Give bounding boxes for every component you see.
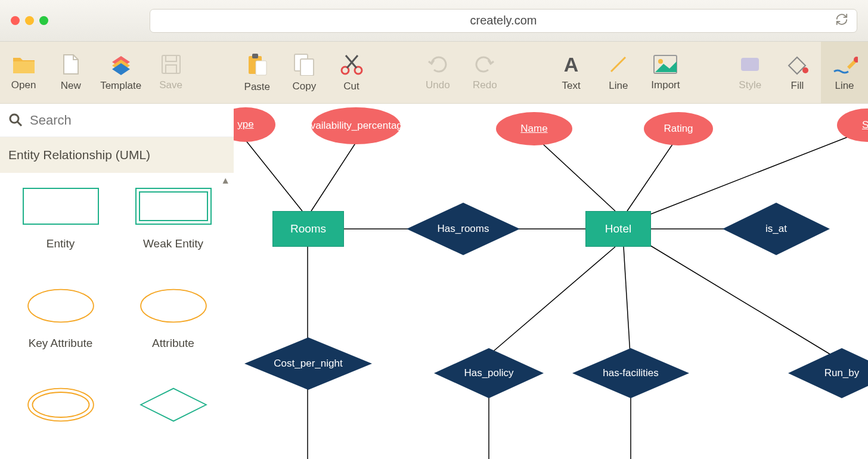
url-bar[interactable]: creately.com (150, 9, 857, 33)
style-button[interactable]: Style (727, 42, 774, 103)
open-button[interactable]: Open (0, 42, 47, 103)
shape-text: Rating (664, 123, 693, 135)
tool-label: Text (562, 80, 581, 92)
relationship-is-at[interactable]: is_at (723, 203, 830, 255)
minimize-window-button[interactable] (25, 16, 34, 25)
window-controls (11, 16, 48, 25)
fill-button[interactable]: Fill (774, 42, 821, 103)
double-ellipse-icon (22, 386, 100, 424)
shape-multivalued-attribute[interactable] (6, 386, 115, 445)
svg-point-13 (658, 59, 663, 64)
folder-icon (12, 54, 36, 75)
shape-label: Entity (46, 237, 75, 250)
tool-label: Cut (343, 80, 359, 92)
template-button[interactable]: Template (94, 42, 147, 103)
svg-point-25 (32, 392, 89, 417)
new-button[interactable]: New (47, 42, 94, 103)
toolbar: Open New Template Save Paste Copy Cut Un… (0, 42, 868, 104)
shape-relationship[interactable] (119, 386, 228, 445)
svg-line-37 (647, 244, 830, 354)
svg-rect-4 (252, 54, 258, 58)
new-file-icon (61, 54, 80, 75)
svg-point-24 (28, 389, 94, 421)
svg-point-17 (10, 114, 18, 123)
shape-library-title[interactable]: Entity Relationship (UML) (0, 137, 234, 173)
scroll-up-icon[interactable]: ▲ (221, 175, 230, 186)
shape-weak-entity[interactable]: Weak Entity (119, 187, 228, 271)
attribute-name[interactable]: Name (496, 112, 572, 145)
tool-label: Paste (244, 81, 270, 93)
tool-label: Style (739, 79, 761, 91)
svg-line-27 (311, 142, 356, 211)
tool-label: Undo (426, 79, 450, 91)
close-window-button[interactable] (11, 16, 20, 25)
cut-button[interactable]: Cut (328, 42, 375, 103)
shape-attribute[interactable]: Attribute (119, 287, 228, 371)
entity-shape-icon (22, 187, 100, 225)
diagram-canvas[interactable]: ype Availability_percentage Name Rating … (234, 104, 868, 459)
undo-button[interactable]: Undo (414, 42, 461, 103)
shape-grid: ▲ Entity Weak Entity Key Attribute Attri… (0, 173, 234, 459)
shape-label: Key Attribute (29, 337, 93, 350)
tool-label: Line (835, 80, 854, 92)
line-style-button[interactable]: Line (821, 42, 868, 103)
import-button[interactable]: Import (642, 42, 689, 103)
shape-text: Availability_percentage (304, 120, 408, 132)
redo-button[interactable]: Redo (461, 42, 509, 103)
text-icon: A (561, 54, 581, 75)
shape-text: Has_policy (464, 367, 513, 379)
search-row (0, 104, 234, 137)
shape-label: Weak Entity (143, 237, 203, 250)
diamond-shape-icon (135, 386, 212, 424)
entity-rooms[interactable]: Rooms (272, 211, 344, 247)
reload-icon[interactable] (835, 13, 848, 29)
svg-point-15 (802, 67, 808, 73)
text-tool-button[interactable]: A Text (548, 42, 595, 103)
shape-text: Name (520, 123, 547, 135)
relationship-has-facilities[interactable]: has-facilities (572, 348, 689, 398)
relationship-has-policy[interactable]: Has_policy (434, 348, 544, 398)
shape-text: has-facilities (603, 367, 659, 379)
shape-entity[interactable]: Entity (6, 187, 115, 271)
paste-icon (246, 52, 268, 76)
maximize-window-button[interactable] (39, 16, 48, 25)
svg-point-22 (28, 289, 94, 322)
redo-icon (474, 54, 495, 75)
tool-label: Open (11, 79, 36, 91)
search-input[interactable] (24, 113, 225, 128)
entity-hotel[interactable]: Hotel (585, 211, 651, 247)
shape-label: Attribute (152, 337, 194, 350)
save-button[interactable]: Save (147, 42, 194, 103)
svg-line-36 (624, 247, 630, 354)
shape-text: Has_rooms (438, 223, 489, 235)
relationship-has-rooms[interactable]: Has_rooms (407, 203, 520, 255)
url-text: creately.com (470, 14, 537, 27)
attribute-rating[interactable]: Rating (644, 112, 713, 145)
template-icon (110, 54, 132, 75)
shape-key-attribute[interactable]: Key Attribute (6, 287, 115, 371)
image-icon (653, 54, 678, 75)
svg-rect-21 (140, 192, 207, 221)
svg-rect-14 (741, 58, 759, 71)
weak-entity-shape-icon (135, 187, 212, 225)
svg-rect-20 (136, 188, 211, 224)
tool-label: New (61, 80, 81, 92)
attribute-availability[interactable]: Availability_percentage (311, 107, 401, 144)
copy-button[interactable]: Copy (281, 42, 328, 103)
svg-text:A: A (564, 54, 579, 75)
shape-text: Cost_per_night (274, 358, 342, 370)
tool-label: Redo (473, 79, 497, 91)
relationship-cost-per-night[interactable]: Cost_per_night (244, 337, 372, 390)
svg-line-18 (17, 122, 21, 126)
key-attribute-shape-icon (22, 287, 100, 325)
svg-point-23 (141, 289, 206, 322)
relationship-run-by[interactable]: Run_by (788, 348, 868, 398)
shape-text: St (862, 119, 868, 131)
svg-rect-19 (23, 188, 98, 224)
style-icon (739, 54, 761, 75)
scissors-icon (340, 53, 364, 76)
search-icon[interactable] (8, 113, 24, 128)
svg-rect-7 (300, 59, 314, 76)
line-tool-button[interactable]: Line (595, 42, 642, 103)
paste-button[interactable]: Paste (234, 42, 281, 103)
